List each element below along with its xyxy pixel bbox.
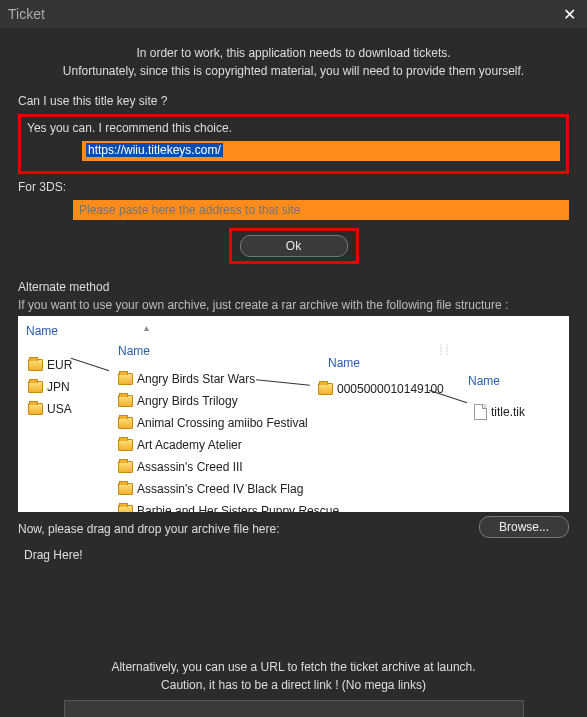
game-label: Assassin's Creed III [137,460,243,474]
column-header-3: Name [328,356,360,370]
column-header-4: Name [468,374,500,388]
folder-icon [28,403,43,415]
folder-icon [318,383,333,395]
list-item: EUR [28,358,72,372]
recommendation-highlight: Yes you can. I recommend this choice. ht… [18,114,569,174]
game-label: Animal Crossing amiibo Festival [137,416,308,430]
titlekey-question: Can I use this title key site ? [18,94,569,108]
url-fetch-line2: Caution, it has to be a direct link ! (N… [18,676,569,694]
title-bar: Ticket ✕ [0,0,587,28]
intro-line-2: Unfortunately, since this is copyrighted… [18,62,569,80]
url-fetch-text: Alternatively, you can use a URL to fetc… [18,658,569,694]
region-label: USA [47,402,72,416]
file-icon [474,404,487,420]
column-divider-icon: ┊┊ [438,344,450,355]
list-item: Animal Crossing amiibo Festival [118,416,308,430]
list-item: Angry Birds Trilogy [118,394,238,408]
folder-icon [118,439,133,451]
list-item: Barbie and Her Sisters Puppy Rescue [118,504,339,512]
folder-icon [118,417,133,429]
label-3ds: For 3DS: [18,180,569,194]
column-header-2: Name [118,344,150,358]
url-fetch-input[interactable] [64,700,524,717]
ticket-file-label: title.tik [491,405,525,419]
ok-highlight: Ok [229,228,359,264]
list-item: Art Academy Atelier [118,438,242,452]
connector-line [429,390,467,403]
sort-indicator-icon: ▴ [144,322,149,333]
folder-icon [118,505,133,512]
list-item: USA [28,402,72,416]
drag-row: Now, please drag and drop your archive f… [18,512,569,542]
alternate-heading: Alternate method [18,280,569,294]
connector-line [256,379,310,386]
wiiu-url-input[interactable]: https://wiiu.titlekeys.com/ [82,141,242,161]
drag-label: Now, please drag and drop your archive f… [18,522,469,536]
file-structure-diagram: Name ▴ Name Name ┊┊ Name EUR JPN USA Ang… [18,316,569,512]
folder-icon [28,359,43,371]
region-label: EUR [47,358,72,372]
3ds-url-input[interactable] [73,200,569,220]
url-fetch-line1: Alternatively, you can use a URL to fetc… [18,658,569,676]
titleid-label: 0005000010149100 [337,382,444,396]
folder-icon [118,395,133,407]
game-label: Angry Birds Star Wars [137,372,255,386]
browse-button[interactable]: Browse... [479,516,569,538]
alternate-description: If you want to use your own archive, jus… [18,298,569,312]
intro-text: In order to work, this application needs… [18,44,569,80]
list-item: Angry Birds Star Wars [118,372,255,386]
intro-line-1: In order to work, this application needs… [18,44,569,62]
list-item: Assassin's Creed IV Black Flag [118,482,303,496]
list-item: title.tik [474,404,525,420]
wiiu-url-field-row: https://wiiu.titlekeys.com/ [82,141,560,161]
connector-line [71,358,109,371]
content-area: In order to work, this application needs… [0,28,587,717]
folder-icon [118,483,133,495]
game-label: Assassin's Creed IV Black Flag [137,482,303,496]
list-item: 0005000010149100 [318,382,444,396]
folder-icon [118,373,133,385]
ok-row: Ok [18,228,569,264]
list-item: Assassin's Creed III [118,460,243,474]
folder-icon [28,381,43,393]
wiiu-url-value: https://wiiu.titlekeys.com/ [86,143,223,157]
game-label: Art Academy Atelier [137,438,242,452]
folder-icon [118,461,133,473]
column-header-1: Name [26,324,58,338]
recommendation-text: Yes you can. I recommend this choice. [27,121,560,135]
url-field-bg [242,141,560,161]
drag-drop-area[interactable]: Drag Here! [18,542,569,562]
game-label: Barbie and Her Sisters Puppy Rescue [137,504,339,512]
window-title: Ticket [8,6,45,22]
ok-button[interactable]: Ok [240,235,348,257]
close-icon[interactable]: ✕ [559,5,579,24]
game-label: Angry Birds Trilogy [137,394,238,408]
region-label: JPN [47,380,70,394]
3ds-url-field-row [73,200,569,220]
list-item: JPN [28,380,70,394]
